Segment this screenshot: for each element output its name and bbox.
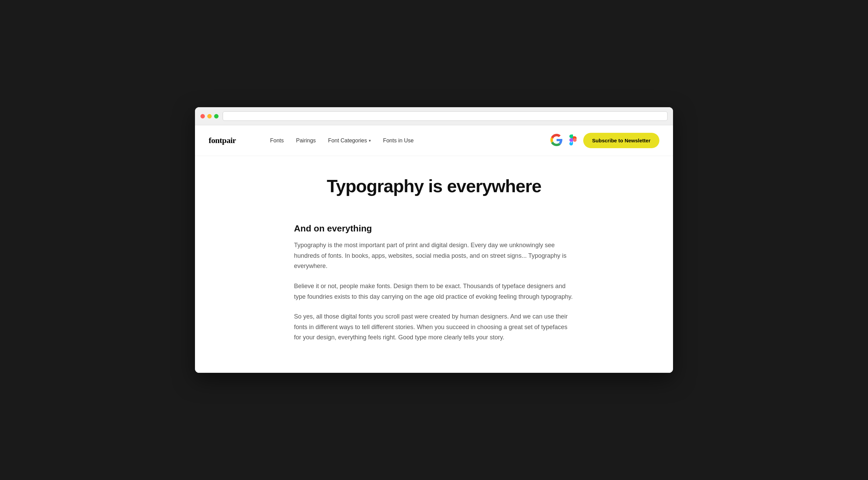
nav-icons: Subscribe to Newsletter	[550, 133, 659, 148]
address-bar[interactable]	[223, 111, 668, 121]
font-categories-nav-link[interactable]: Font Categories ▾	[328, 138, 371, 144]
site-logo[interactable]: fontpair	[209, 136, 236, 145]
traffic-lights	[200, 114, 219, 118]
figma-icon[interactable]	[568, 135, 578, 147]
paragraph-3: So yes, all those digital fonts you scro…	[294, 311, 574, 343]
paragraph-2: Believe it or not, people make fonts. De…	[294, 281, 574, 302]
browser-chrome	[195, 107, 673, 125]
close-button[interactable]	[200, 114, 205, 118]
nav-links: Fonts Pairings Font Categories ▾ Fonts i…	[270, 138, 414, 144]
section-heading: And on everything	[294, 223, 574, 234]
page-title: Typography is everywhere	[294, 177, 574, 196]
maximize-button[interactable]	[214, 114, 219, 118]
paragraph-1: Typography is the most important part of…	[294, 240, 574, 271]
browser-window: fontpair Fonts Pairings Font Categories …	[195, 107, 673, 373]
google-icon[interactable]	[550, 134, 563, 147]
navbar: fontpair Fonts Pairings Font Categories …	[195, 125, 673, 156]
page-content: fontpair Fonts Pairings Font Categories …	[195, 125, 673, 373]
subscribe-button[interactable]: Subscribe to Newsletter	[583, 133, 659, 148]
chevron-down-icon: ▾	[369, 138, 371, 143]
main-content: Typography is everywhere And on everythi…	[280, 156, 588, 373]
fonts-nav-link[interactable]: Fonts	[270, 138, 284, 144]
minimize-button[interactable]	[207, 114, 212, 118]
fonts-in-use-nav-link[interactable]: Fonts in Use	[383, 138, 414, 144]
pairings-nav-link[interactable]: Pairings	[296, 138, 316, 144]
